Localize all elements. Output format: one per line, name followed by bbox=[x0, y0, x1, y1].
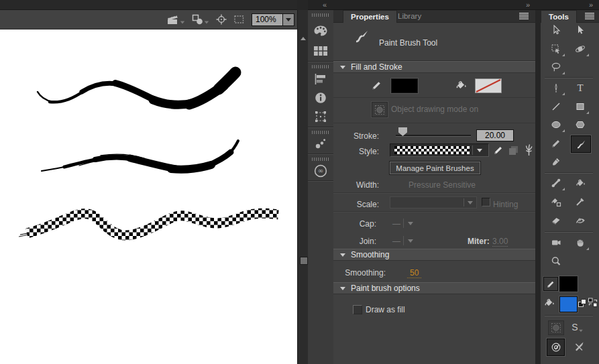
lasso-tool-button[interactable] bbox=[547, 59, 565, 75]
classic-brush-tool-button[interactable] bbox=[547, 154, 565, 170]
object-drawing-toggle[interactable] bbox=[372, 102, 388, 117]
style-dropdown[interactable] bbox=[390, 143, 489, 157]
panel-group-grip[interactable] bbox=[312, 65, 329, 68]
miter-value[interactable]: 3.00 bbox=[492, 237, 508, 247]
stroke-slider-track[interactable] bbox=[396, 135, 471, 136]
clip-content-button[interactable] bbox=[233, 14, 245, 25]
text-tool-icon: T bbox=[575, 82, 586, 93]
object-drawing-icon bbox=[551, 322, 561, 333]
section-header-fill-and-stroke[interactable]: Fill and Stroke bbox=[333, 61, 535, 73]
zoom-tool-button[interactable] bbox=[547, 253, 565, 269]
default-colors-button[interactable] bbox=[578, 299, 587, 308]
stroke-value-field[interactable]: 20.00 bbox=[476, 129, 514, 141]
hand-tool-button[interactable] bbox=[571, 235, 590, 251]
camera-tool-button[interactable] bbox=[547, 235, 565, 251]
expand-properties-button[interactable]: » bbox=[526, 0, 530, 9]
tab-library[interactable]: Library bbox=[391, 10, 428, 22]
oval-tool-button[interactable] bbox=[547, 117, 565, 133]
panel-group-grip[interactable] bbox=[312, 131, 329, 134]
text-tool-button[interactable]: T bbox=[571, 80, 590, 96]
snap-options-button[interactable]: S bbox=[570, 320, 585, 334]
subselection-tool-button[interactable] bbox=[571, 22, 590, 38]
flyout-indicator bbox=[586, 247, 589, 250]
pen-tool-button[interactable] bbox=[547, 80, 565, 96]
paint-brush-tool-icon bbox=[353, 29, 370, 44]
checkered-pattern-brush-stroke[interactable] bbox=[19, 213, 278, 237]
zoom-arrow-button[interactable] bbox=[282, 14, 294, 25]
eyedropper-tool-button[interactable] bbox=[571, 194, 590, 210]
tools-tabbar: Tools bbox=[541, 10, 599, 23]
pencil-tool-button[interactable] bbox=[547, 135, 565, 151]
panel-menu-icon bbox=[519, 13, 529, 19]
tools-object-drawing-toggle[interactable] bbox=[548, 320, 564, 335]
fill-color-swatch-no-fill[interactable] bbox=[475, 78, 502, 93]
join-label: Join: bbox=[333, 237, 376, 246]
align-panel-button[interactable] bbox=[314, 73, 327, 85]
free-transform-tool-button[interactable] bbox=[547, 41, 565, 57]
paint-bucket-tool-button[interactable] bbox=[571, 175, 590, 191]
info-panel-button[interactable] bbox=[315, 92, 327, 104]
stroke-color-swatch[interactable] bbox=[391, 78, 418, 93]
use-pressure-button[interactable] bbox=[570, 339, 587, 355]
bone-tool-button[interactable] bbox=[547, 175, 565, 191]
paint-brush-library-button[interactable] bbox=[524, 143, 534, 156]
color-row bbox=[333, 73, 535, 98]
center-frame-button[interactable] bbox=[216, 14, 227, 25]
swatches-panel-button[interactable] bbox=[313, 45, 328, 57]
asset-warp-tool-button[interactable] bbox=[571, 213, 590, 229]
3d-rotation-tool-button[interactable] bbox=[571, 41, 590, 57]
panel-group-grip[interactable] bbox=[312, 13, 329, 17]
layered-squares-button[interactable] bbox=[508, 145, 519, 156]
stage-canvas[interactable] bbox=[0, 29, 297, 364]
rough-art-brush-stroke[interactable] bbox=[42, 141, 238, 172]
polystar-tool-button[interactable] bbox=[571, 117, 590, 133]
paint-brush-tool-button[interactable] bbox=[571, 135, 591, 153]
draw-as-fill-checkbox[interactable] bbox=[353, 305, 362, 314]
style-dropdown-arrow[interactable] bbox=[473, 149, 486, 152]
tools-panel-menu-button[interactable] bbox=[585, 13, 594, 19]
smooth-taper-brush-stroke[interactable] bbox=[38, 72, 235, 105]
edit-symbols-button[interactable] bbox=[192, 14, 209, 25]
tab-properties[interactable]: Properties bbox=[343, 10, 397, 23]
line-tool-button[interactable] bbox=[547, 99, 565, 115]
collapse-panels-button[interactable]: « bbox=[323, 0, 327, 9]
panel-group-grip[interactable] bbox=[312, 158, 329, 161]
use-tilt-button[interactable] bbox=[547, 339, 565, 356]
edit-style-button[interactable] bbox=[493, 145, 504, 156]
tool-name: Paint Brush Tool bbox=[379, 38, 437, 48]
hinting-checkbox[interactable] bbox=[482, 198, 490, 206]
color-panel-button[interactable] bbox=[313, 25, 328, 38]
swap-colors-button[interactable] bbox=[588, 298, 598, 308]
section-header-paint-brush-options[interactable]: Paint brush options bbox=[333, 282, 535, 294]
flyout-indicator bbox=[562, 54, 565, 56]
default-colors-icon bbox=[578, 299, 587, 308]
eraser-tool-button[interactable] bbox=[547, 213, 565, 229]
tools-stroke-color-swatch[interactable] bbox=[559, 276, 578, 292]
scale-dropdown[interactable] bbox=[390, 196, 477, 208]
scrollbar-thumb[interactable] bbox=[300, 257, 308, 265]
manage-paint-brushes-button[interactable]: Manage Paint Brushes bbox=[390, 162, 480, 174]
selection-tool-button[interactable] bbox=[547, 22, 565, 38]
transform-panel-button[interactable] bbox=[315, 111, 327, 123]
rectangle-tool-button[interactable] bbox=[571, 99, 590, 115]
smoothing-value[interactable]: 50 bbox=[407, 268, 421, 278]
tools-divider bbox=[545, 77, 593, 78]
expand-tools-button[interactable]: » bbox=[589, 0, 593, 9]
presets-panel-button[interactable] bbox=[315, 137, 327, 149]
tab-tools[interactable]: Tools bbox=[541, 10, 577, 23]
collapse-triangle-icon bbox=[340, 253, 345, 257]
tools-fill-color-swatch[interactable] bbox=[559, 296, 578, 312]
tool-header: Paint Brush Tool bbox=[333, 23, 535, 61]
tools-stroke-color-button[interactable] bbox=[543, 277, 558, 291]
section-header-smoothing[interactable]: Smoothing bbox=[333, 249, 535, 261]
join-dropdown-arrow[interactable] bbox=[408, 239, 413, 243]
cap-dropdown-arrow[interactable] bbox=[408, 222, 413, 225]
edit-scene-button[interactable] bbox=[166, 15, 185, 25]
fill-color-icon bbox=[543, 297, 555, 308]
ink-bottle-tool-button[interactable] bbox=[547, 194, 565, 210]
stage-vertical-scrollbar[interactable] bbox=[297, 10, 309, 364]
properties-panel-menu-button[interactable] bbox=[519, 13, 529, 19]
zoom-level-select[interactable]: 100% bbox=[252, 13, 294, 26]
scroll-up-icon[interactable] bbox=[301, 37, 306, 40]
cc-libraries-panel-button[interactable]: ∞ bbox=[314, 164, 327, 178]
